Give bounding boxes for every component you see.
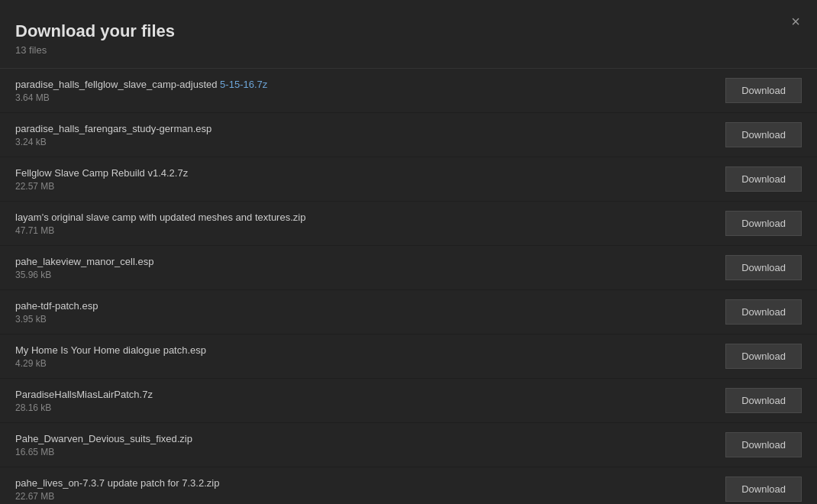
file-size: 16.65 MB (15, 447, 192, 457)
file-size: 22.67 MB (15, 491, 219, 502)
download-button[interactable]: Download (725, 388, 802, 413)
file-info: Fellglow Slave Camp Rebuild v1.4.2.7z22.… (15, 167, 188, 192)
file-name: Fellglow Slave Camp Rebuild v1.4.2.7z (15, 167, 188, 179)
file-item: Fellglow Slave Camp Rebuild v1.4.2.7z22.… (0, 157, 817, 202)
file-name: Pahe_Dwarven_Devious_suits_fixed.zip (15, 433, 192, 444)
file-info: layam's original slave camp with updated… (15, 212, 305, 236)
file-name: paradise_halls_fellglow_slave_camp-adjus… (15, 79, 267, 90)
download-button[interactable]: Download (725, 166, 802, 192)
file-size: 3.64 MB (15, 92, 267, 103)
download-button[interactable]: Download (725, 432, 802, 457)
download-button[interactable]: Download (725, 211, 802, 236)
file-name: paradise_halls_farengars_study-german.es… (15, 123, 212, 134)
file-size: 35.96 kB (15, 270, 153, 280)
file-item: My Home Is Your Home dialogue patch.esp4… (0, 334, 817, 379)
file-size: 3.95 kB (15, 314, 98, 325)
close-button[interactable]: × (788, 11, 803, 32)
file-item: paradise_halls_fellglow_slave_camp-adjus… (0, 69, 817, 113)
file-item: paradise_halls_farengars_study-german.es… (0, 113, 817, 157)
file-size: 28.16 kB (15, 402, 153, 413)
file-item: pahe_lakeview_manor_cell.esp35.96 kBDown… (0, 246, 817, 290)
file-name: My Home Is Your Home dialogue patch.esp (15, 344, 206, 356)
dialog-title: Download your files (15, 21, 802, 41)
file-item: pahe-tdf-patch.esp3.95 kBDownload (0, 290, 817, 334)
download-button[interactable]: Download (725, 299, 802, 325)
file-info: My Home Is Your Home dialogue patch.esp4… (15, 344, 206, 369)
file-size: 22.57 MB (15, 181, 188, 192)
file-info: pahe_lakeview_manor_cell.esp35.96 kB (15, 256, 153, 280)
file-info: paradise_halls_farengars_study-german.es… (15, 123, 212, 147)
file-info: Pahe_Dwarven_Devious_suits_fixed.zip16.6… (15, 433, 192, 457)
file-name: pahe_lakeview_manor_cell.esp (15, 256, 153, 267)
download-dialog: Download your files 13 files × paradise_… (0, 0, 817, 504)
file-item: pahe_lives_on-7.3.7 update patch for 7.3… (0, 467, 817, 504)
file-info: pahe-tdf-patch.esp3.95 kB (15, 300, 98, 325)
file-size: 3.24 kB (15, 137, 212, 147)
download-button[interactable]: Download (725, 344, 802, 369)
dialog-subtitle: 13 files (15, 44, 802, 56)
file-info: pahe_lives_on-7.3.7 update patch for 7.3… (15, 477, 219, 502)
download-button[interactable]: Download (725, 78, 802, 103)
file-info: ParadiseHallsMiasLairPatch.7z28.16 kB (15, 389, 153, 413)
file-name: pahe-tdf-patch.esp (15, 300, 98, 312)
download-button[interactable]: Download (725, 122, 802, 147)
file-info: paradise_halls_fellglow_slave_camp-adjus… (15, 79, 267, 103)
download-button[interactable]: Download (725, 255, 802, 280)
file-size: 47.71 MB (15, 225, 305, 236)
download-button[interactable]: Download (725, 477, 802, 502)
file-name: pahe_lives_on-7.3.7 update patch for 7.3… (15, 477, 219, 489)
file-item: layam's original slave camp with updated… (0, 202, 817, 246)
file-name: ParadiseHallsMiasLairPatch.7z (15, 389, 153, 400)
file-size: 4.29 kB (15, 358, 206, 369)
dialog-header: Download your files 13 files (0, 15, 817, 69)
file-list: paradise_halls_fellglow_slave_camp-adjus… (0, 69, 817, 504)
file-item: Pahe_Dwarven_Devious_suits_fixed.zip16.6… (0, 423, 817, 467)
file-name: layam's original slave camp with updated… (15, 212, 305, 223)
file-item: ParadiseHallsMiasLairPatch.7z28.16 kBDow… (0, 379, 817, 423)
